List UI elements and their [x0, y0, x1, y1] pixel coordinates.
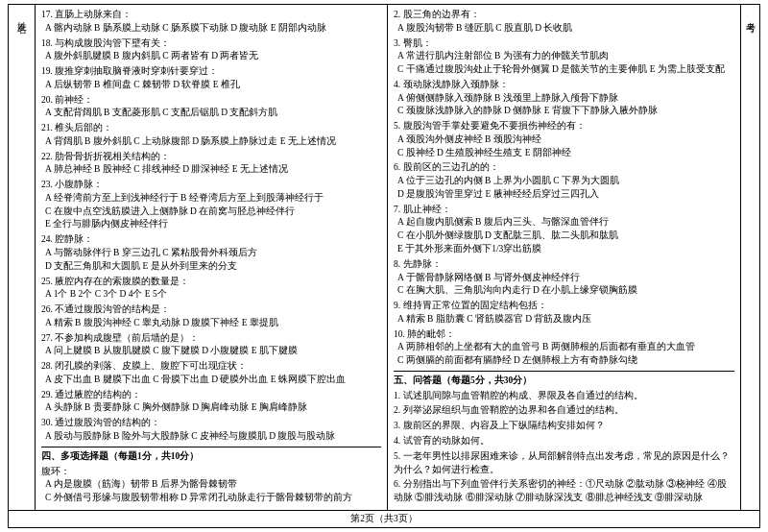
q29-block: 29. 通过腋腔的结构的： A 头静脉 B 贵要静脉 C 胸外侧静脉 D 胸肩峰…	[41, 389, 381, 416]
content-area: 姓名： 17. 直肠上动脉来自： A 髂内动脉 B 肠系膜上动脉 C 肠系膜下动…	[9, 5, 759, 510]
q18-text: 18. 与构成腹股沟管下壁有关：	[41, 37, 381, 51]
essay3-block: 3. 腹前区的界限、内容及上下纵隔结构安排如何？	[394, 420, 734, 433]
q29-options: A 头静脉 B 贵要静脉 C 胸外侧静脉 D 胸肩峰动脉 E 胸肩峰静脉	[41, 401, 381, 415]
r1-block: 2. 股三角的边界有： A 腹股沟韧带 B 缝匠肌 C 股直肌 D 长收肌	[394, 9, 734, 36]
r4-block: 5. 腹股沟管手掌处要避免不要損伤神经的有： A 颈股沟外侧皮神经 B 颈股沟神…	[394, 120, 734, 159]
q20-text: 20. 前神经：	[41, 94, 381, 108]
section5-header: 五、问答题（每题5分，共30分）	[394, 375, 734, 388]
r4-text: 5. 腹股沟管手掌处要避免不要損伤神经的有：	[394, 120, 734, 133]
essay5-text: 5. 一老年男性以排尿困难来诊，从局部解剖特点出发考虑，常见的原因是什么？为什么…	[394, 450, 734, 477]
q24-text: 24. 腔静脉：	[41, 233, 381, 247]
r8-text: 9. 维持胃正常位置的固定结构包括：	[394, 300, 734, 313]
q19-text: 19. 腹推穿刺抽取脑脊液时穿刺针要穿过：	[41, 65, 381, 79]
right-column: 2. 股三角的边界有： A 腹股沟韧带 B 缝匠肌 C 股直肌 D 长收肌 3.…	[388, 5, 740, 510]
left-sidebar-label: 姓名：	[15, 14, 29, 30]
r3-block: 4. 颈动脉浅静脉入颈静脉： A 俯侧侧静脉入颈静脉 B 浅颈里上静脉入颅骨下静…	[394, 79, 734, 118]
q26-block: 26. 不通过腹股沟管的结构是： A 精索 B 腹股沟神经 C 睾丸动脉 D 腹…	[41, 303, 381, 330]
q27-options: A 问上腱膜 B 从腹肌腱膜 C 腹下腱膜 D 小腹腱膜 E 肌下腱膜	[41, 345, 381, 358]
section4-header: 四、多项选择题（每题1分，共10分）	[41, 450, 381, 464]
q30-block: 30. 通过腹股沟管的结构的： A 股动与股静脉 B 险外与大股静脉 C 皮神经…	[41, 417, 381, 444]
q25-options: A 1个 B 2个 C 3个 D 4个 E 5个	[41, 288, 381, 302]
section5-label: 五、问答题（每题5分，共30分）	[394, 375, 734, 388]
essay6-text: 6. 分别指出与下列血管伴行关系密切的神经：①尺动脉 ②肱动脉 ③桡神经 ④股动…	[394, 478, 734, 505]
q29-text: 29. 通过腋腔的结构的：	[41, 389, 381, 402]
q21-block: 21. 椎头后部的： A 背阔肌 B 腹外斜肌 C 上动脉腹部 D 肠系膜上静脉…	[41, 122, 381, 149]
r1-text: 2. 股三角的边界有：	[394, 9, 734, 22]
essay6-block: 6. 分别指出与下列血管伴行关系密切的神经：①尺动脉 ②肱动脉 ③桡神经 ④股动…	[394, 478, 734, 505]
r8-block: 9. 维持胃正常位置的固定结构包括： A 精索 B 脂肪囊 C 肾筋膜器官 D …	[394, 300, 734, 326]
q21-text: 21. 椎头后部的：	[41, 122, 381, 135]
essay1-block: 1. 试述肌间隙与血管鞘腔的构成、界限及各自通过的结构。	[394, 390, 734, 403]
essay4-text: 4. 试管育的动脉如何。	[394, 435, 734, 448]
q27-text: 27. 不参加构成腹壁（前后墙的是）：	[41, 332, 381, 346]
r8-options: A 精索 B 脂肪囊 C 肾筋膜器官 D 背筋及腹内压	[394, 313, 734, 326]
left-column: 17. 直肠上动脉来自： A 髂内动脉 B 肠系膜上动脉 C 肠系膜下动脉 D …	[36, 5, 388, 510]
q26-text: 26. 不通过腹股沟管的结构是：	[41, 303, 381, 317]
q17-options: A 髂内动脉 B 肠系膜上动脉 C 肠系膜下动脉 D 腹动脉 E 阴部内动脉	[41, 22, 381, 36]
essay2-block: 2. 列举泌尿组织与血管鞘腔的边界和各自通过的结构。	[394, 404, 734, 418]
r3-text: 4. 颈动脉浅静脉入颈静脉：	[394, 79, 734, 92]
r6-text: 7. 肌止神经：	[394, 204, 734, 217]
mc1-options: A 内是腹膜（筋海）韧带 B 后界为髂骨棘韧带 C 外侧借弓形缘与腹股韧带相称 …	[41, 478, 381, 505]
r1-options: A 腹股沟韧带 B 缝匠肌 C 股直肌 D 长收肌	[394, 22, 734, 36]
r5-block: 6. 股前区的三边孔的的： A 位于三边孔的内侧 B 上界为小圆肌 C 下界为大…	[394, 161, 734, 201]
q18-block: 18. 与构成腹股沟管下壁有关： A 腹外斜肌腱膜 B 腹内斜肌 C 两者皆有 …	[41, 37, 381, 64]
page-container: 姓名： 17. 直肠上动脉来自： A 髂内动脉 B 肠系膜上动脉 C 肠系膜下动…	[0, 0, 768, 532]
mc1-text: 腹环：	[41, 466, 381, 479]
right-sidebar-label: 考号：	[744, 14, 757, 30]
r7-block: 8. 先静脉： A 于髂骨静脉网络侧 B 与肾外侧皮神经伴行 C 在胸大肌、三角…	[394, 258, 734, 298]
essay1-text: 1. 试述肌间隙与血管鞘腔的构成、界限及各自通过的结构。	[394, 390, 734, 403]
r9-block: 10. 肺的毗邻： A 两肺相邻的上坐都有大的血管弓 B 两侧肺根的后面都有垂直…	[394, 328, 734, 368]
essay5-block: 5. 一老年男性以排尿困难来诊，从局部解剖特点出发考虑，常见的原因是什么？为什么…	[394, 450, 734, 477]
main-content: 17. 直肠上动脉来自： A 髂内动脉 B 肠系膜上动脉 C 肠系膜下动脉 D …	[36, 5, 740, 510]
q22-block: 22. 肋骨骨折折视相关结构的： A 肺总神经 B 股神经 C 排线神经 D 腓…	[41, 151, 381, 178]
r7-text: 8. 先静脉：	[394, 258, 734, 272]
q22-text: 22. 肋骨骨折折视相关结构的：	[41, 151, 381, 164]
q26-options: A 精索 B 腹股沟神经 C 睾丸动脉 D 腹膜下神经 E 睾提肌	[41, 317, 381, 330]
q28-block: 28. 闭孔膜的剥落、皮膜上、腹腔下可出现症状： A 皮下出血 B 腱膜下出血 …	[41, 360, 381, 387]
q28-text: 28. 闭孔膜的剥落、皮膜上、腹腔下可出现症状：	[41, 360, 381, 374]
q18-options: A 腹外斜肌腱膜 B 腹内斜肌 C 两者皆有 D 两者皆无	[41, 50, 381, 63]
r2-block: 3. 臀肌： A 常进行肌内注射部位 B 为强有力的伸髋关节肌肉 C 干痛通过腹…	[394, 37, 734, 77]
q27-block: 27. 不参加构成腹壁（前后墙的是）： A 问上腱膜 B 从腹肌腱膜 C 腹下腱…	[41, 332, 381, 359]
r2-options: A 常进行肌内注射部位 B 为强有力的伸髋关节肌肉 C 干痛通过腹股沟处止于轮骨…	[394, 50, 734, 77]
essay3-text: 3. 腹前区的界限、内容及上下纵隔结构安排如何？	[394, 420, 734, 433]
r9-text: 10. 肺的毗邻：	[394, 328, 734, 342]
r6-block: 7. 肌止神经： A 起自腹内肌侧索 B 腹后内三头、与髂深血管伴行 C 在小肌…	[394, 204, 734, 256]
q24-options: A 与髂动脉伴行 B 穿三边孔 C 紧粘股骨外科颈后方 D 支配三角肌和大圆肌 …	[41, 247, 381, 274]
section-divider	[41, 447, 381, 447]
mc1-block: 腹环： A 内是腹膜（筋海）韧带 B 后界为髂骨棘韧带 C 外侧借弓形缘与腹股韧…	[41, 466, 381, 505]
page-border: 姓名： 17. 直肠上动脉来自： A 髂内动脉 B 肠系膜上动脉 C 肠系膜下动…	[8, 4, 760, 528]
r9-options: A 两肺相邻的上坐都有大的血管弓 B 两侧肺根的后面都有垂直的大血管 C 两侧膈…	[394, 341, 734, 368]
section4-label: 四、多项选择题（每题1分，共10分）	[41, 450, 381, 464]
q28-options: A 皮下出血 B 腱膜下出血 C 骨膜下出血 D 硬膜外出血 E 蛛网膜下腔出血	[41, 374, 381, 387]
essay4-block: 4. 试管育的动脉如何。	[394, 435, 734, 448]
q17-block: 17. 直肠上动脉来自： A 髂内动脉 B 肠系膜上动脉 C 肠系膜下动脉 D …	[41, 9, 381, 36]
r5-options: A 位于三边孔的内侧 B 上界为小圆肌 C 下界为大圆肌 D 是腹股沟管里穿过 …	[394, 175, 734, 202]
right-section-divider	[394, 371, 734, 372]
q25-block: 25. 腋腔内存在的索腹膜的数量是： A 1个 B 2个 C 3个 D 4个 E…	[41, 276, 381, 302]
r7-options: A 于髂骨静脉网络侧 B 与肾外侧皮神经伴行 C 在胸大肌、三角肌沟向内走行 D…	[394, 272, 734, 299]
q19-options: A 后纵韧带 B 椎间盘 C 棘韧带 D 软脊膜 E 椎孔	[41, 79, 381, 92]
q20-block: 20. 前神经： A 支配背阔肌 B 支配菱形肌 C 支配后锯肌 D 支配斜方肌	[41, 94, 381, 121]
q22-options: A 肺总神经 B 股神经 C 排线神经 D 腓深神经 E 无上述情况	[41, 163, 381, 177]
q19-block: 19. 腹推穿刺抽取脑脊液时穿刺针要穿过： A 后纵韧带 B 椎间盘 C 棘韧带…	[41, 65, 381, 92]
r5-text: 6. 股前区的三边孔的的：	[394, 161, 734, 175]
essay2-text: 2. 列举泌尿组织与血管鞘腔的边界和各自通过的结构。	[394, 404, 734, 418]
q30-text: 30. 通过腹股沟管的结构的：	[41, 417, 381, 430]
r6-options: A 起自腹内肌侧索 B 腹后内三头、与髂深血管伴行 C 在小肌外侧绿腹肌 D 支…	[394, 216, 734, 255]
q30-options: A 股动与股静脉 B 险外与大股静脉 C 皮神经与腹膜肌 D 腹股与股动脉	[41, 430, 381, 444]
r4-options: A 颈股沟外侧皮神经 B 颈股沟神经 C 股神经 D 生殖股神经生殖支 E 阴部…	[394, 133, 734, 160]
q21-options: A 背阔肌 B 腹外斜肌 C 上动脉腹部 D 肠系膜上静脉过走 E 无上述情况	[41, 135, 381, 149]
r2-text: 3. 臀肌：	[394, 37, 734, 51]
r3-options: A 俯侧侧静脉入颈静脉 B 浅颈里上静脉入颅骨下静脉 C 颈腹脉浅静脉入的静脉 …	[394, 92, 734, 119]
q23-options: A 经脊湾前方至上到浅神经行于 B 经脊湾后方至上到股薄神经行于 C 在腹中点空…	[41, 192, 381, 231]
q23-text: 23. 小腹静脉：	[41, 179, 381, 192]
page-number: 第2页（共3页）	[350, 514, 418, 523]
q24-block: 24. 腔静脉： A 与髂动脉伴行 B 穿三边孔 C 紧粘股骨外科颈后方 D 支…	[41, 233, 381, 273]
footer-bar: 第2页（共3页）	[9, 510, 759, 527]
right-sidebar: 考号：	[740, 5, 759, 510]
q25-text: 25. 腋腔内存在的索腹膜的数量是：	[41, 276, 381, 289]
left-sidebar: 姓名：	[9, 5, 36, 510]
q17-text: 17. 直肠上动脉来自：	[41, 9, 381, 22]
